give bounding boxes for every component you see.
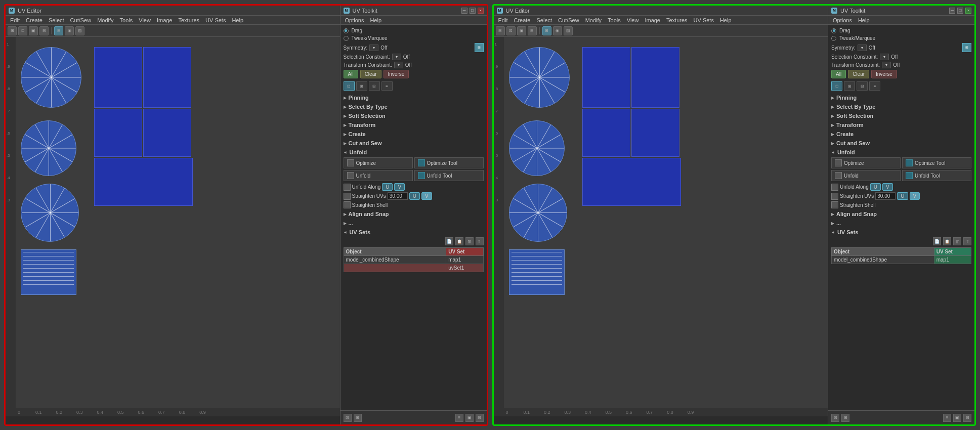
- tk-bottom-icon-3-right[interactable]: ≡: [943, 414, 951, 422]
- section-alignsnap-right[interactable]: ▶ Align and Snap: [831, 210, 971, 218]
- sel-constraint-dropdown-right[interactable]: [880, 54, 889, 60]
- menu-image-right[interactable]: Image: [642, 17, 663, 23]
- toolbar-btn-6-right[interactable]: ◉: [553, 26, 562, 35]
- unfold-tool-btn-left[interactable]: Unfold Tool: [414, 170, 484, 181]
- btn-all-left[interactable]: All: [344, 70, 358, 78]
- optimize-tool-btn-right[interactable]: Optimize Tool: [902, 157, 971, 168]
- section-transform-left[interactable]: ▶ Transform: [344, 121, 484, 129]
- radio-tweak-right[interactable]: [831, 36, 836, 41]
- unfold-along-u-right[interactable]: U: [870, 183, 881, 191]
- section-cutsew-left[interactable]: ▶ Cut and Sew: [344, 139, 484, 147]
- toolbar-btn-1-left[interactable]: ⊞: [8, 26, 17, 35]
- toolbar-btn-3-right[interactable]: ▣: [517, 26, 526, 35]
- section-uvsets-left[interactable]: ▼ UV Sets: [344, 228, 484, 236]
- optimize-btn-left[interactable]: Optimize: [344, 157, 413, 168]
- sel-icon-1-right[interactable]: ⊡: [831, 81, 842, 91]
- menu-edit-left[interactable]: Edit: [8, 17, 22, 23]
- uvset-icon-3-right[interactable]: 🗑: [953, 237, 961, 245]
- sel-icon-1-left[interactable]: ⊡: [344, 81, 355, 91]
- unfold-tool-btn-right[interactable]: Unfold Tool: [902, 170, 971, 181]
- section-more-right[interactable]: ▶ ...: [831, 219, 971, 227]
- sel-icon-4-right[interactable]: ≡: [869, 81, 880, 91]
- toolbar-btn-7-left[interactable]: ▨: [75, 26, 84, 35]
- section-unfold-left[interactable]: ▼ Unfold: [344, 148, 484, 156]
- toolbar-btn-4-right[interactable]: ⊟: [528, 26, 537, 35]
- tk-menu-options-right[interactable]: Options: [830, 17, 855, 23]
- sel-icon-3-left[interactable]: ⊟: [369, 81, 380, 91]
- menu-textures-left[interactable]: Textures: [176, 17, 202, 23]
- tk-bottom-icon-3-left[interactable]: ≡: [455, 414, 463, 422]
- straighten-u-right[interactable]: U: [897, 192, 908, 200]
- menu-cutsew-left[interactable]: Cut/Sew: [68, 17, 94, 23]
- menu-view-right[interactable]: View: [624, 17, 642, 23]
- tk-bottom-icon-5-right[interactable]: ⊟: [963, 414, 971, 422]
- sel-icon-2-left[interactable]: ⊞: [356, 81, 367, 91]
- tk-close-right[interactable]: ×: [965, 8, 971, 14]
- section-uvsets-right[interactable]: ▼ UV Sets: [831, 228, 971, 236]
- tk-bottom-icon-4-left[interactable]: ▣: [465, 414, 474, 422]
- tk-minimize-right[interactable]: ─: [949, 8, 955, 14]
- sel-icon-4-left[interactable]: ≡: [381, 81, 393, 91]
- toolbar-btn-5-left[interactable]: ⊞: [54, 26, 63, 35]
- grid-icon-right[interactable]: ⊞: [962, 43, 971, 52]
- section-softsel-right[interactable]: ▶ Soft Selection: [831, 112, 971, 120]
- unfold-along-v-right[interactable]: V: [882, 183, 893, 191]
- menu-image-left[interactable]: Image: [154, 17, 175, 23]
- btn-clear-right[interactable]: Clear: [848, 70, 869, 78]
- btn-inverse-right[interactable]: Inverse: [871, 70, 897, 78]
- radio-tweak-left[interactable]: [344, 36, 349, 41]
- menu-help-left[interactable]: Help: [229, 17, 246, 23]
- uvset-icon-1-left[interactable]: 📄: [445, 237, 453, 245]
- section-transform-right[interactable]: ▶ Transform: [831, 121, 971, 129]
- menu-create-left[interactable]: Create: [23, 17, 45, 23]
- tk-menu-options-left[interactable]: Options: [343, 17, 367, 23]
- menu-cutsew-right[interactable]: Cut/Sew: [556, 17, 582, 23]
- section-more-left[interactable]: ▶ ...: [344, 219, 484, 227]
- uvset-icon-4-left[interactable]: ⇑: [476, 237, 484, 245]
- uv-canvas-right[interactable]: 1 .9 .8 .7 .6 .5 .4 .3: [494, 37, 828, 424]
- menu-textures-right[interactable]: Textures: [664, 17, 690, 23]
- menu-create-right[interactable]: Create: [511, 17, 533, 23]
- toolbar-btn-1-right[interactable]: ⊞: [496, 26, 505, 35]
- sym-dropdown-left[interactable]: [369, 45, 378, 51]
- uvsets-row1-right[interactable]: model_combinedShape map1: [832, 256, 971, 264]
- sel-constraint-dropdown-left[interactable]: [392, 54, 401, 60]
- section-create-left[interactable]: ▶ Create: [344, 130, 484, 138]
- section-cutsew-right[interactable]: ▶ Cut and Sew: [831, 139, 971, 147]
- tk-menu-help-right[interactable]: Help: [856, 17, 872, 23]
- unfold-along-v-left[interactable]: V: [394, 183, 405, 191]
- menu-view-left[interactable]: View: [136, 17, 153, 23]
- menu-edit-right[interactable]: Edit: [496, 17, 510, 23]
- unfold-along-u-left[interactable]: U: [382, 183, 393, 191]
- straighten-uvs-input-right[interactable]: [875, 192, 896, 200]
- section-create-right[interactable]: ▶ Create: [831, 130, 971, 138]
- tk-bottom-icon-1-left[interactable]: ⊡: [344, 414, 352, 422]
- uvset-icon-2-right[interactable]: 📋: [943, 237, 951, 245]
- optimize-tool-btn-left[interactable]: Optimize Tool: [414, 157, 484, 168]
- sym-dropdown-right[interactable]: [858, 45, 867, 51]
- straighten-u-left[interactable]: U: [409, 192, 420, 200]
- btn-all-right[interactable]: All: [831, 70, 846, 78]
- unfold-btn-right[interactable]: Unfold: [831, 170, 901, 181]
- uvset-icon-3-left[interactable]: 🗑: [465, 237, 474, 245]
- uvset-icon-2-left[interactable]: 📋: [455, 237, 463, 245]
- tk-maximize-right[interactable]: □: [957, 8, 963, 14]
- menu-select-right[interactable]: Select: [534, 17, 555, 23]
- menu-uvsets-left[interactable]: UV Sets: [203, 17, 228, 23]
- toolbar-btn-5-right[interactable]: ⊞: [542, 26, 551, 35]
- radio-drag-right[interactable]: [831, 28, 836, 33]
- tk-bottom-icon-2-left[interactable]: ⊞: [354, 414, 362, 422]
- toolbar-btn-2-left[interactable]: ⊡: [18, 26, 27, 35]
- tk-maximize-left[interactable]: □: [470, 8, 476, 14]
- unfold-btn-left[interactable]: Unfold: [344, 170, 413, 181]
- menu-tools-right[interactable]: Tools: [605, 17, 623, 23]
- tk-bottom-icon-4-right[interactable]: ▣: [953, 414, 961, 422]
- btn-inverse-left[interactable]: Inverse: [384, 70, 409, 78]
- uvset-icon-4-right[interactable]: ⇑: [963, 237, 971, 245]
- section-unfold-right[interactable]: ▼ Unfold: [831, 148, 971, 156]
- section-pinning-right[interactable]: ▶ Pinning: [831, 94, 971, 102]
- section-pinning-left[interactable]: ▶ Pinning: [344, 94, 484, 102]
- straighten-v-left[interactable]: V: [421, 192, 432, 200]
- trans-constraint-dropdown-left[interactable]: [394, 62, 403, 68]
- menu-modify-left[interactable]: Modify: [95, 17, 116, 23]
